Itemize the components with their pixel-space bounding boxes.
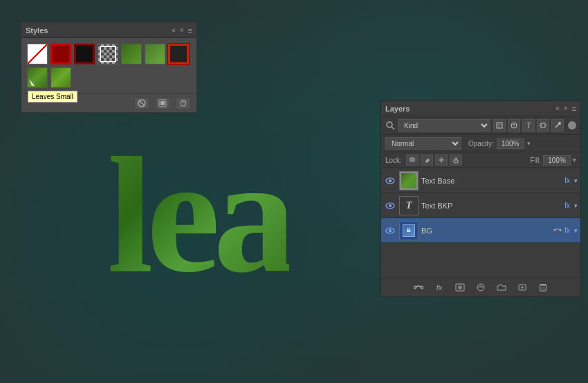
svg-line-1 [139,100,145,106]
filter-toggle[interactable] [568,121,576,130]
layers-panel-footer: fx [381,278,580,296]
style-tooltip: Leaves Small [28,91,77,103]
layers-fx-button[interactable]: fx [432,281,447,294]
style-item-leaves-small[interactable]: Leaves Small [27,67,48,88]
layers-collapse-button[interactable]: « [555,105,560,112]
new-style-button[interactable] [155,97,170,109]
lock-paint-button[interactable] [421,154,433,166]
delete-style-button[interactable] [176,97,191,109]
layer-visibility-text-bkp[interactable] [384,199,396,212]
layers-adjustment-button[interactable] [473,281,488,294]
styles-panel-controls: « × ≡ [172,26,192,35]
svg-rect-11 [541,123,545,127]
opacity-label: Opacity: [468,140,494,148]
style-item-checkerboard[interactable] [98,44,118,64]
svg-point-5 [387,122,392,127]
layers-panel-controls: « × ≡ [555,105,576,113]
layer-name-text-bkp: Text BKP [421,202,562,210]
layers-new-layer-button[interactable] [515,281,530,294]
layer-thumb-bg: B [399,221,419,240]
layer-fx-bg[interactable]: fx [564,226,570,234]
styles-panel-title: Styles [26,26,48,35]
styles-panel: Styles « × ≡ Leaves Small [21,22,197,113]
layer-fx-text-bkp[interactable]: fx [564,202,570,209]
style-item-no-style[interactable] [27,44,48,64]
styles-collapse-button[interactable]: « [172,26,176,34]
lock-bar: Lock: Fill: 100% ▾ [381,152,580,168]
layers-group-button[interactable] [494,281,509,294]
style-item-green-leaves-2[interactable] [145,44,165,64]
fill-value[interactable]: 100% [543,155,571,166]
svg-rect-3 [160,101,165,105]
svg-point-27 [554,229,556,231]
layer-fx-arrow-bg[interactable]: ▾ [574,227,578,234]
search-icon [385,121,395,130]
svg-line-6 [392,127,394,130]
filter-pixel-button[interactable] [493,119,506,132]
layer-fx-text-base[interactable]: fx [564,177,570,184]
layers-panel-title: Layers [385,105,410,113]
style-item-red-border[interactable] [168,44,189,64]
cursor-icon [29,79,35,86]
lock-all-button[interactable] [450,154,462,166]
svg-point-22 [389,179,392,182]
layers-panel: Layers « × ≡ Kind T [380,100,581,297]
layers-close-button[interactable]: × [564,105,568,112]
layers-delete-button[interactable] [535,281,551,294]
layer-fx-arrow-text-bkp[interactable]: ▾ [574,202,578,209]
styles-close-button[interactable]: × [180,26,184,34]
no-style-button[interactable] [134,97,149,109]
layers-menu-button[interactable]: ≡ [572,105,576,113]
layers-filter-bar: Kind T [381,116,580,135]
fill-dropdown-arrow[interactable]: ▾ [573,157,576,163]
layer-thumb-text-base [399,171,419,190]
styles-grid: Leaves Small [21,38,196,93]
svg-rect-4 [181,100,185,101]
svg-point-15 [558,122,561,125]
filter-adjust-button[interactable] [508,119,520,132]
svg-point-26 [389,229,392,232]
layer-thumb-text-bkp: T [399,196,419,215]
opacity-dropdown-arrow[interactable]: ▾ [527,140,531,147]
lock-pixels-button[interactable] [406,154,419,166]
lock-position-button[interactable] [435,154,448,166]
style-item-leaves-small-2[interactable] [50,67,71,88]
opacity-value[interactable]: 100% [497,139,524,149]
svg-rect-20 [454,160,458,163]
layers-mask-button[interactable] [452,281,468,294]
fill-label: Fill: [530,157,541,164]
layer-name-text-base: Text Base [421,177,562,185]
lock-label: Lock: [385,157,402,164]
filter-type-select[interactable]: Kind [398,119,490,132]
svg-point-28 [560,229,562,231]
filter-smart-button[interactable] [537,119,549,132]
layer-visibility-bg[interactable] [384,224,396,237]
svg-rect-37 [540,284,546,285]
styles-panel-titlebar: Styles « × ≡ [21,23,196,38]
layer-name-bg: BG [421,226,551,235]
layer-fx-arrow-text-base[interactable]: ▾ [574,177,578,184]
svg-point-32 [458,285,462,290]
svg-point-24 [389,204,392,207]
layers-empty-space [381,243,580,278]
blend-opacity-bar: Normal Opacity: 100% ▾ [381,135,580,152]
style-item-green-leaves-1[interactable] [121,44,142,64]
filter-effect-button[interactable] [551,119,564,132]
layer-row-text-base[interactable]: Text Base fx ▾ [381,168,580,193]
leaf-text-display: lea [107,132,289,298]
layers-link-button[interactable] [411,281,426,294]
blend-mode-select[interactable]: Normal [385,137,461,150]
style-item-dark-square[interactable] [74,44,95,64]
style-item-red-stroke[interactable] [50,44,71,64]
filter-icons: T [493,119,564,132]
layer-link-icon-bg [553,226,562,235]
layers-panel-titlebar: Layers « × ≡ [381,101,580,116]
svg-rect-17 [411,159,414,161]
layer-visibility-text-base[interactable] [384,175,396,187]
styles-menu-button[interactable]: ≡ [188,26,192,35]
filter-type-button[interactable]: T [522,119,535,132]
layer-row-text-bkp[interactable]: T Text BKP fx ▾ [381,193,580,218]
svg-rect-7 [497,123,502,128]
layer-row-bg[interactable]: B BG fx ▾ [381,218,580,243]
